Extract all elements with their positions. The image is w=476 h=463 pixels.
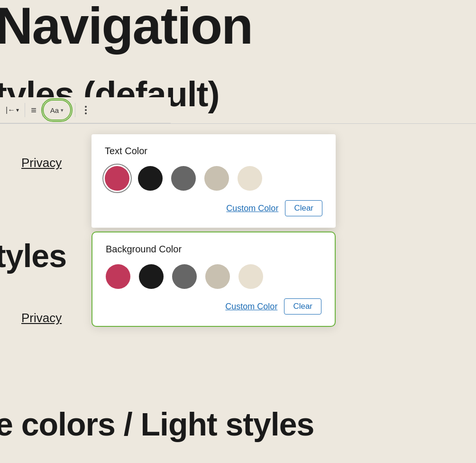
text-custom-color-button[interactable]: Custom Color: [226, 204, 278, 213]
text-color-swatch-off-white[interactable]: [238, 166, 262, 191]
font-aa-label: Aa: [50, 106, 59, 114]
page-title: Navigation: [0, 0, 252, 56]
back-icon: |←: [6, 106, 15, 114]
bg-color-swatch-red[interactable]: [106, 264, 130, 289]
bg-color-swatch-dark-gray[interactable]: [172, 264, 197, 289]
bg-color-clear-button[interactable]: Clear: [284, 298, 321, 315]
bg-color-actions: Custom Color Clear: [106, 298, 321, 315]
bg-color-panel: Background Color Custom Color Clear: [92, 232, 336, 327]
text-color-swatch-light-tan[interactable]: [204, 166, 229, 191]
bg-color-swatch-light-tan[interactable]: [205, 264, 230, 289]
more-dots-icon: [85, 106, 87, 114]
privacy-link-1[interactable]: Privacy: [21, 156, 62, 170]
styles-heading: tyles: [0, 237, 66, 274]
bg-color-title: Background Color: [106, 244, 321, 255]
formatting-toolbar: |← ▾ ≡ Aa ▾: [0, 97, 171, 123]
text-color-panel: Text Color Custom Color Clear: [92, 134, 336, 228]
text-color-swatch-red[interactable]: [105, 166, 129, 191]
font-chevron-icon: ▾: [61, 107, 64, 113]
more-options-button[interactable]: [75, 100, 96, 120]
bg-color-swatch-black[interactable]: [139, 264, 164, 289]
color-dropdown-container: Text Color Custom Color Clear Background…: [92, 134, 336, 327]
font-style-button[interactable]: Aa ▾: [43, 100, 71, 120]
list-icon: ≡: [31, 105, 37, 116]
toolbar-divider: [0, 123, 476, 124]
list-button[interactable]: ≡: [25, 100, 42, 120]
back-button[interactable]: |← ▾: [0, 100, 25, 120]
bottom-text: e colors / Light styles: [0, 406, 314, 443]
bg-custom-color-button[interactable]: Custom Color: [225, 302, 277, 312]
text-color-clear-button[interactable]: Clear: [285, 200, 322, 216]
bg-color-swatch-off-white[interactable]: [238, 264, 263, 289]
privacy-link-2[interactable]: Privacy: [21, 311, 62, 325]
text-color-title: Text Color: [105, 146, 322, 157]
text-color-swatch-dark-gray[interactable]: [171, 166, 196, 191]
text-color-swatch-black[interactable]: [138, 166, 163, 191]
text-color-swatches: [105, 166, 322, 191]
back-chevron-icon: ▾: [16, 107, 19, 113]
bg-color-swatches: [106, 264, 321, 289]
text-color-actions: Custom Color Clear: [105, 200, 322, 216]
